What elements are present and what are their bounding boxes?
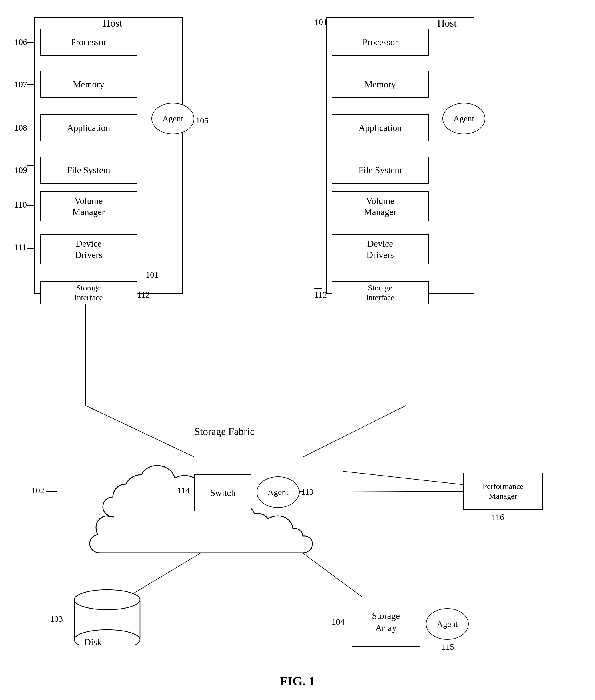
ref-108: 108: [14, 123, 27, 132]
storage-array: Storage Array: [351, 597, 420, 647]
svg-line-7: [343, 471, 472, 486]
host-label-right: Host: [437, 17, 457, 29]
memory-left: Memory: [40, 71, 137, 98]
host-label-left: Host: [103, 17, 122, 29]
devicedrivers-left: Device Drivers: [40, 234, 137, 264]
svg-line-23: [300, 491, 463, 492]
memory-right: Memory: [332, 71, 429, 98]
processor-left: Processor: [40, 29, 137, 56]
filesystem-right: File System: [332, 156, 429, 184]
storage-fabric-label: Storage Fabric: [194, 426, 255, 437]
ref-112-right: 112: [314, 290, 327, 300]
disk-shape: [72, 588, 143, 645]
performance-manager: Performance Manager: [463, 473, 543, 510]
ref-109: 109: [14, 165, 27, 175]
devicedrivers-right: Device Drivers: [332, 234, 429, 264]
agent-right: Agent: [443, 103, 485, 134]
disk-label: Disk: [84, 637, 102, 647]
ref-116: 116: [491, 512, 504, 522]
svg-point-25: [74, 590, 140, 610]
ref-107: 107: [14, 80, 27, 89]
storage-interface-left: Storage Interface: [40, 281, 137, 304]
agent-left: Agent: [151, 103, 194, 134]
svg-line-3: [303, 405, 406, 457]
ref-114: 114: [177, 486, 190, 495]
ref-115: 115: [442, 642, 454, 652]
ref-105: 105: [196, 116, 209, 125]
volumemanager-right: Volume Manager: [332, 191, 429, 221]
volumemanager-left: Volume Manager: [40, 191, 137, 221]
ref-104: 104: [332, 617, 344, 627]
ref-112-left: 112: [137, 290, 150, 300]
ref-113: 113: [301, 487, 313, 497]
ref-101-bottom: 101: [146, 270, 159, 280]
switch-box: Switch: [194, 474, 252, 511]
processor-right: Processor: [332, 29, 429, 56]
application-left: Application: [40, 114, 137, 141]
figure-label: FIG. 1: [240, 674, 355, 689]
ref-106: 106: [14, 37, 27, 47]
application-right: Application: [332, 114, 429, 141]
storage-interface-right: Storage Interface: [332, 281, 429, 304]
switch-agent: Agent: [257, 476, 300, 508]
storage-array-agent: Agent: [426, 608, 469, 640]
ref-111: 111: [14, 242, 27, 252]
ref-101-top: 101: [314, 17, 327, 27]
diagram: Host Processor Memory Application File S…: [0, 0, 595, 700]
ref-103: 103: [50, 614, 63, 624]
ref-110: 110: [14, 200, 27, 210]
ref-102: 102: [31, 486, 44, 495]
filesystem-left: File System: [40, 156, 137, 184]
